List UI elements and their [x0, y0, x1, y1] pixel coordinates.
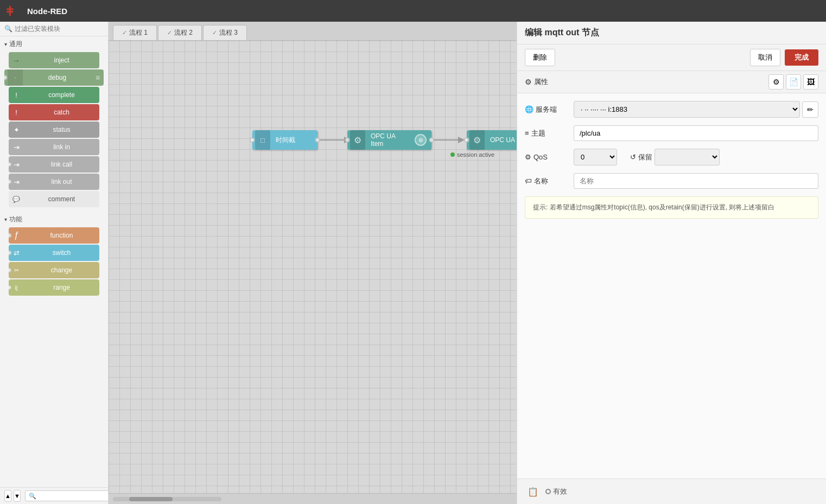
name-input-group: [574, 173, 818, 189]
list-item[interactable]: ⇥ link out: [4, 174, 104, 190]
nodered-logo-icon: [7, 5, 24, 16]
list-item[interactable]: ij range: [4, 279, 104, 296]
chevron-down-icon: ▾: [4, 216, 7, 222]
tab-flow1[interactable]: ✓ 流程 1: [113, 25, 157, 40]
form-row-qos: ⚙ QoS 0 1 2 ↺ 保留 true: [525, 149, 818, 165]
tab-flow1-icon: ✓: [122, 29, 127, 36]
scroll-down-button[interactable]: ▼: [14, 490, 21, 502]
node-range-label: range: [24, 284, 99, 291]
description-icon-btn[interactable]: 📄: [786, 74, 801, 90]
list-item[interactable]: ⇥ link call: [4, 156, 104, 173]
sidebar-content: ▾ 通用 → inject · debug ≡: [0, 36, 108, 487]
tab-flow3[interactable]: ✓ 流程 3: [203, 25, 247, 40]
node-function[interactable]: ƒ function: [9, 227, 99, 244]
topbar-logo: Node-RED: [7, 5, 67, 16]
retain-select[interactable]: true false: [655, 149, 720, 165]
appearance-icon-btn[interactable]: 🖼: [803, 74, 818, 90]
cancel-button[interactable]: 取消: [750, 49, 780, 66]
scroll-up-button[interactable]: ▲: [4, 490, 11, 502]
node-comment[interactable]: 💬 comment: [9, 191, 99, 207]
node-debug[interactable]: · debug ≡: [4, 69, 104, 86]
server-label: 🌐 服务端: [525, 105, 568, 114]
node-catch[interactable]: ! catch: [9, 104, 99, 120]
search-icon: 🔍: [4, 25, 12, 33]
list-item[interactable]: ✂ change: [4, 262, 104, 278]
canvas-scrollbar-thumb[interactable]: [129, 497, 173, 501]
section-common[interactable]: ▾ 通用: [0, 36, 108, 51]
globe-icon: 🌐: [525, 105, 533, 113]
complete-icon: !: [9, 87, 24, 103]
node-inject[interactable]: → inject: [9, 52, 99, 68]
node-link-call[interactable]: ⇥ link call: [9, 156, 99, 173]
comment-icon: 💬: [9, 191, 24, 207]
tag-icon: 🏷: [525, 177, 532, 185]
canvas-node-opc2[interactable]: ⚙ OPC UA C: [467, 130, 517, 150]
list-item[interactable]: 💬 comment: [4, 191, 104, 207]
time-icon: □: [255, 130, 270, 150]
topic-icon: ≡: [525, 129, 529, 137]
tab-properties-label: 属性: [534, 77, 548, 87]
canvas-grid[interactable]: □ 时间截 ⚙ OPC UA Item ⚙ session active: [109, 41, 517, 493]
tab-flow3-label: 流程 3: [219, 28, 238, 37]
node-switch[interactable]: ⇄ switch: [9, 245, 99, 261]
list-item[interactable]: ! catch: [4, 104, 104, 120]
canvas-area: ✓ 流程 1 ✓ 流程 2 ✓ 流程 3: [109, 22, 517, 504]
node-complete[interactable]: ! complete: [9, 87, 99, 103]
topic-input[interactable]: [574, 125, 818, 141]
bottom-search-input[interactable]: [39, 492, 109, 500]
debug-icon: ·: [8, 69, 23, 86]
list-item[interactable]: ✦ status: [4, 122, 104, 138]
edit-panel-tabs: ⚙ 属性 ⚙ 📄 🖼: [517, 71, 826, 93]
session-label: session active: [457, 151, 494, 158]
node-status-label: status: [24, 126, 99, 133]
canvas-node-time[interactable]: □ 时间截: [252, 130, 317, 150]
edit-tab-icons: ⚙ 📄 🖼: [768, 74, 818, 90]
tab-properties[interactable]: ⚙ 属性: [525, 77, 548, 87]
status-dot: [545, 489, 551, 494]
tab-flow2-label: 流程 2: [174, 28, 193, 37]
edit-panel-toolbar: 删除 取消 完成: [517, 44, 826, 71]
node-change[interactable]: ✂ change: [9, 262, 99, 278]
node-link-out[interactable]: ⇥ link out: [9, 174, 99, 190]
list-item[interactable]: ƒ function: [4, 227, 104, 244]
svg-rect-2: [9, 5, 11, 16]
bottom-search-bar[interactable]: 🔍: [25, 490, 109, 501]
form-row-name: 🏷 名称: [525, 173, 818, 189]
name-input[interactable]: [574, 173, 818, 189]
tab-flow3-icon: ✓: [212, 29, 217, 36]
section-function[interactable]: ▾ 功能: [0, 212, 108, 226]
delete-button[interactable]: 删除: [525, 49, 555, 66]
topic-label: ≡ 主题: [525, 129, 568, 138]
node-inject-label: inject: [24, 56, 99, 64]
node-range[interactable]: ij range: [9, 279, 99, 296]
sidebar-search-bar[interactable]: 🔍: [0, 22, 108, 36]
section-function-label: 功能: [9, 215, 22, 224]
app-title: Node-RED: [27, 7, 67, 16]
qos-select[interactable]: 0 1 2: [574, 149, 617, 165]
chevron-down-icon: ▾: [4, 41, 7, 47]
list-item[interactable]: · debug ≡: [4, 69, 104, 86]
server-select[interactable]: · ·· ···· ··· i:1883: [574, 101, 800, 118]
canvas-scrollbar[interactable]: [113, 497, 221, 501]
edit-panel-footer: 📋 有效: [517, 479, 826, 504]
list-item[interactable]: ! complete: [4, 87, 104, 103]
gear-icon: ⚙: [525, 78, 532, 86]
list-item[interactable]: ⇄ switch: [4, 245, 104, 261]
node-status[interactable]: ✦ status: [9, 122, 99, 138]
node-switch-label: switch: [24, 249, 99, 257]
list-item[interactable]: ⇥ link in: [4, 139, 104, 155]
node-link-in[interactable]: ⇥ link in: [9, 139, 99, 155]
server-input-group: · ·· ···· ··· i:1883 ✏: [574, 101, 818, 118]
node-complete-label: complete: [24, 91, 99, 99]
list-item[interactable]: → inject: [4, 52, 104, 68]
search-input[interactable]: [15, 25, 104, 33]
export-icon-btn[interactable]: 📋: [525, 483, 541, 500]
canvas-node-time-label: 时间截: [270, 136, 315, 145]
done-button[interactable]: 完成: [785, 49, 818, 66]
edit-server-button[interactable]: ✏: [802, 101, 818, 118]
canvas-node-opc1[interactable]: ⚙ OPC UA Item ⚙: [347, 130, 431, 150]
settings-icon-btn[interactable]: ⚙: [768, 74, 784, 90]
hint-text: 提示: 若希望通过msg属性对topic(信息), qos及retain(保留)…: [533, 203, 774, 211]
opc2-icon: ⚙: [469, 130, 485, 150]
tab-flow2[interactable]: ✓ 流程 2: [158, 25, 202, 40]
